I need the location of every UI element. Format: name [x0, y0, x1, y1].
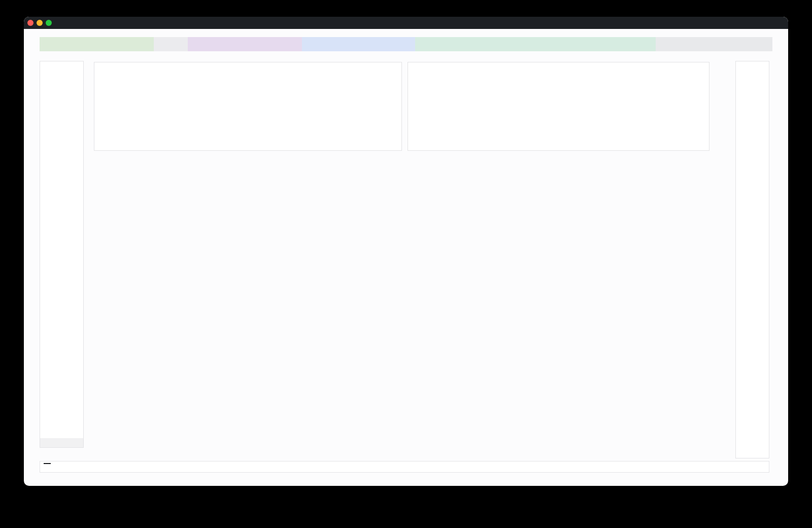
length-histogram-panel [408, 62, 709, 151]
mode-badge [44, 463, 51, 464]
beat-indicator [154, 37, 188, 51]
level-meter-panel [735, 61, 769, 458]
titlebar[interactable] [24, 17, 788, 29]
pattern-info [415, 37, 656, 51]
bpm-display[interactable] [188, 37, 302, 51]
pitch-scatter-panel [94, 62, 402, 151]
desktop-background [0, 0, 812, 528]
app-window [24, 17, 788, 486]
system-stats [656, 37, 772, 51]
minimize-window-button[interactable] [37, 20, 43, 26]
status-bar [40, 37, 772, 51]
sample-list-panel [40, 61, 84, 448]
shortcut-bar [40, 461, 769, 473]
maximize-window-button[interactable] [46, 20, 52, 26]
close-window-button[interactable] [27, 20, 33, 26]
sample-count [40, 438, 83, 447]
transport-status[interactable] [40, 37, 154, 51]
scale-display[interactable] [302, 37, 415, 51]
